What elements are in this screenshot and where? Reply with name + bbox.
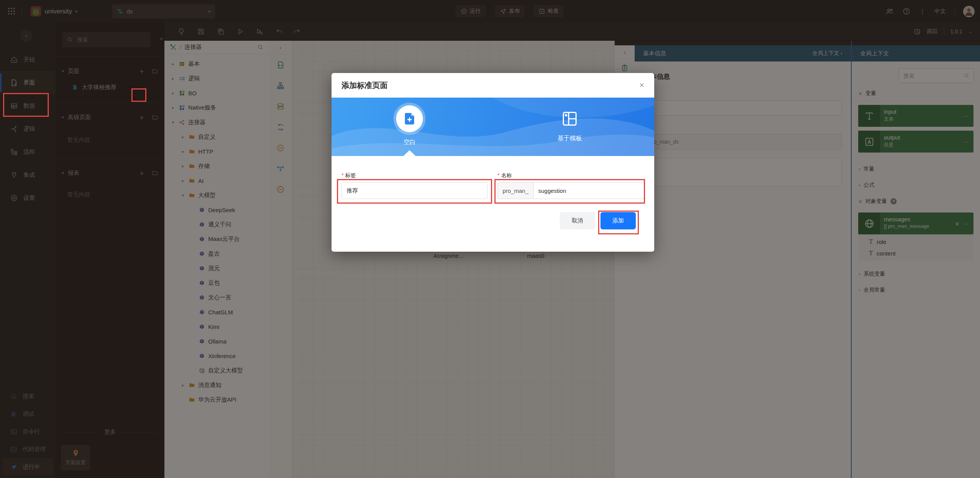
field-label: *标签	[342, 172, 488, 179]
option-blank-label: 空白	[381, 138, 438, 146]
option-template-label: 基于模板	[539, 134, 600, 143]
required-asterisk: *	[342, 172, 343, 178]
banner-waves	[332, 98, 654, 156]
blank-page-icon	[393, 103, 426, 135]
field-label: *名称	[497, 172, 644, 179]
option-template[interactable]: 基于模板	[539, 103, 600, 143]
template-icon	[561, 110, 578, 127]
page-name-group: pro_man_	[497, 182, 644, 199]
cancel-button[interactable]: 取消	[560, 212, 595, 229]
modal-header: 添加标准页面 ×	[332, 73, 654, 98]
add-standard-page-modal: 添加标准页面 × 空白 基于模板	[332, 73, 654, 252]
add-button[interactable]: 添加	[600, 212, 636, 229]
name-prefix-addon: pro_man_	[497, 182, 533, 199]
modal-footer: 取消 添加	[332, 212, 654, 229]
close-icon[interactable]: ×	[639, 81, 644, 90]
option-blank[interactable]: 空白	[381, 103, 438, 146]
app-root: university ▾ ds ▾ 运行 发布 检查	[0, 0, 980, 478]
page-label-input[interactable]	[342, 182, 488, 199]
page-name-input[interactable]	[533, 182, 644, 199]
selected-option-pointer	[403, 150, 416, 156]
modal-form: *标签 *名称 pro_man_	[332, 156, 654, 199]
modal-title: 添加标准页面	[342, 80, 388, 91]
modal-banner: 空白 基于模板	[332, 98, 654, 156]
required-asterisk: *	[497, 172, 499, 178]
